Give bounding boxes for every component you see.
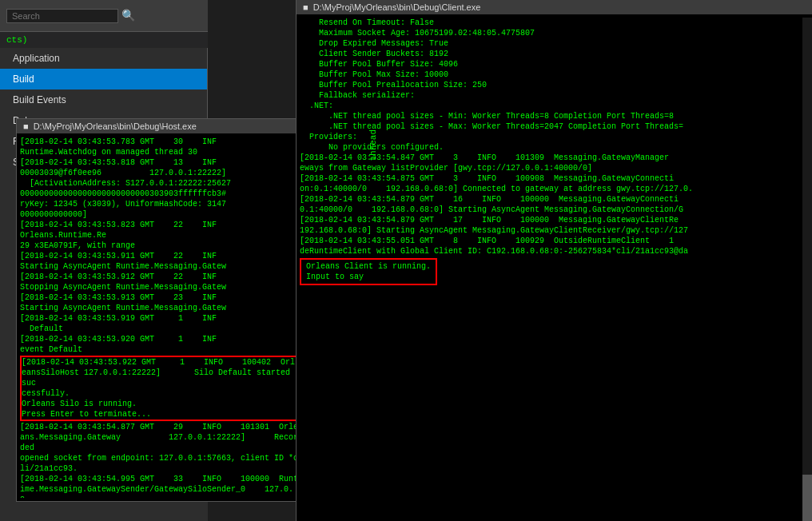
log-line-highlighted: [2018-02-14 03:43:53.922 GMT 1 INFO 1004… [22, 357, 298, 388]
log-line: Maximum Socket Age: 10675199.02:48:05.47… [300, 28, 809, 38]
solution-label: cts) [0, 32, 208, 48]
log-line: [2018-02-14 03:43:54.877 GMT 29 INFO 101… [20, 422, 300, 453]
log-line: Starting AsyncAgent Runtime.Messaging.Ga… [20, 303, 300, 313]
menu-item-application[interactable]: Application [0, 48, 207, 69]
scrollbar-thumb[interactable] [802, 475, 812, 521]
log-line: Drop Expired Messages: True [300, 38, 809, 49]
host-highlighted-block: [2018-02-14 03:43:53.922 GMT 1 INFO 1004… [20, 356, 300, 421]
log-line: Buffer Pool Max Size: 10000 [300, 70, 809, 80]
log-line: 0000000000000] [20, 209, 300, 220]
log-line: [2018-02-14 03:43:54.879 GMT 16 INFO 100… [300, 194, 809, 205]
host-console-titlebar: ■ D:\MyProj\MyOrleans\bin\Debug\Host.exe [17, 119, 303, 133]
menu-item-build[interactable]: Build [0, 69, 207, 89]
log-line: [ActivationAddress: S127.0.0.1:22222:256… [20, 178, 300, 189]
log-line-highlighted: Orleans Silo is running. [22, 399, 298, 409]
log-line: Stopping AsyncAgent Runtime.Messaging.Ga… [20, 282, 300, 292]
client-console-window: ■ D:\MyProj\MyOrleans\bin\Debug\Client.e… [296, 0, 812, 521]
log-line-highlighted: Press Enter to terminate... [22, 409, 298, 420]
log-line: Default [20, 324, 300, 334]
client-console-titlebar: ■ D:\MyProj\MyOrleans\bin\Debug\Client.e… [297, 0, 812, 14]
host-console-content: [2018-02-14 03:43:53.783 GMT 30 INF Runt… [17, 133, 303, 498]
client-console-title: D:\MyProj\MyOrleans\bin\Debug\Client.exe [313, 2, 481, 12]
log-line: [2018-02-14 03:43:53.919 GMT 1 INF [20, 313, 300, 324]
log-line: [2018-02-14 03:43:53.783 GMT 30 INF [20, 137, 300, 147]
log-line: [2018-02-14 03:43:53.920 GMT 1 INF [20, 334, 300, 344]
log-line: Runtime.Watchdog on managed thread 30 [20, 147, 300, 157]
search-input[interactable] [6, 9, 118, 23]
thread-label: thread [368, 129, 378, 161]
log-line: Starting AsyncAgent Runtime.Messaging.Ga… [20, 261, 300, 272]
log-line: Resend On Timeout: False [300, 18, 809, 28]
search-icon: 🔍 [121, 9, 135, 22]
log-line: 000000000000000000000000000303903ffffffc… [20, 189, 300, 199]
log-line: [2018-02-14 03:43:53.818 GMT 13 INF [20, 157, 300, 168]
log-line: on:0.1:40000/0 192.168.0.68:0] Connected… [300, 184, 809, 194]
log-line: [2018-02-14 03:43:54.879 GMT 17 INFO 100… [300, 215, 809, 225]
log-line: 29 x3EA0791F, with range [20, 241, 300, 251]
log-line: deRuntimeClient with Global Client ID: C… [300, 246, 809, 257]
log-line: [2018-02-14 03:43:54.995 GMT 33 INFO 100… [20, 474, 300, 498]
log-line: 0.1:40000/0 192.168.0.68:0] Starting Asy… [300, 205, 809, 215]
log-line: Orleans.Runtime.Re [20, 230, 300, 241]
vs-toolbar: 🔍 [0, 0, 208, 32]
log-line: Fallback serializer: [300, 90, 809, 101]
log-line: opened socket from endpoint: 127.0.0.1:5… [20, 453, 300, 474]
log-line: [2018-02-14 03:43:54.875 GMT 3 INFO 1009… [300, 173, 809, 184]
console-scrollbar[interactable] [802, 18, 812, 521]
log-line: [2018-02-14 03:43:53.913 GMT 23 INF [20, 292, 300, 303]
log-line: Buffer Pool Buffer Size: 4096 [300, 59, 809, 70]
log-line: [2018-02-14 03:43:53.823 GMT 22 INF [20, 220, 300, 230]
host-console-window: ■ D:\MyProj\MyOrleans\bin\Debug\Host.exe… [16, 118, 304, 502]
client-input-label: Input to say [306, 272, 431, 282]
log-line: 192.168.0.68:0] Starting AsyncAgent Mess… [300, 225, 809, 236]
log-line: .NET thread pool sizes - Min: Worker Thr… [300, 111, 809, 121]
log-line: .NET: [300, 101, 809, 111]
log-line-highlighted: cessfully. [22, 388, 298, 399]
log-line: [2018-02-14 03:43:53.911 GMT 22 INF [20, 251, 300, 261]
client-highlighted-block: Orleans Client is running. Input to say [300, 258, 437, 285]
log-line: eways from Gateway listProvider [gwy.tcp… [300, 163, 809, 173]
client-console-content: Resend On Timeout: False Maximum Socket … [297, 14, 812, 518]
client-running-label: Orleans Client is running. [306, 261, 431, 272]
menu-item-build-events[interactable]: Build Events [0, 89, 207, 110]
log-line: [2018-02-14 03:43:53.912 GMT 22 INF [20, 272, 300, 282]
log-line: event Default [20, 344, 300, 355]
log-line: [2018-02-14 03:43:55.051 GMT 8 INFO 1009… [300, 236, 809, 246]
host-console-title: D:\MyProj\MyOrleans\bin\Debug\Host.exe [34, 121, 197, 131]
log-line: 00003039@f6f0ee96 127.0.0.1:22222] [20, 168, 300, 178]
client-console-icon: ■ [303, 2, 308, 12]
host-console-icon: ■ [23, 121, 29, 131]
log-line: Buffer Pool Preallocation Size: 250 [300, 80, 809, 90]
log-line: Client Sender Buckets: 8192 [300, 49, 809, 59]
log-line: ryKey: 12345 (x3039), UniformHashCode: 3… [20, 199, 300, 209]
